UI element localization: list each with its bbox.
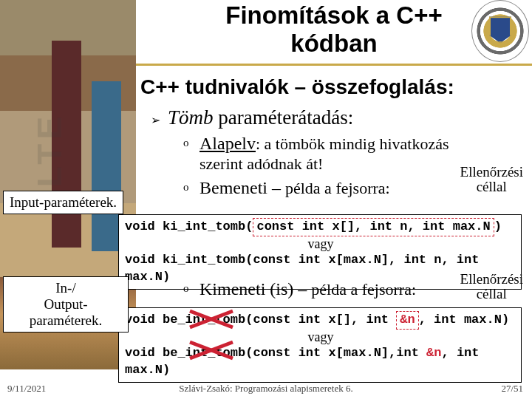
- cross-out-icon: [188, 308, 234, 330]
- arrow-icon: ➢: [151, 113, 160, 127]
- university-logo: [471, 0, 529, 62]
- vagy-2: vagy: [125, 330, 516, 345]
- bullet-1-em: Tömb: [168, 106, 214, 129]
- note-ellenorzesi-2: Ellenőrzésicéllal: [460, 272, 523, 301]
- subtitle: C++ tudnivalók – összefoglalás:: [140, 75, 526, 99]
- vagy-1: vagy: [125, 236, 516, 252]
- code-box-2: void be_int_tomb(const int x[], int &n, …: [118, 307, 522, 383]
- sub1-underline: Alapelv: [200, 134, 256, 153]
- note-ellenorzesi-1: Ellenőrzésicéllal: [460, 165, 523, 194]
- side-label-in-output: In-/Output-paraméterek.: [3, 276, 129, 332]
- circle-icon: o: [183, 282, 189, 295]
- footer-page: 27/51: [501, 383, 523, 395]
- sub-bullet-3: o Kimeneti (is) – példa a fejsorra:: [183, 279, 416, 299]
- const-struck-1: const: [253, 312, 290, 329]
- ref-n-2: &n: [426, 346, 441, 360]
- ref-n-1: &n: [396, 311, 418, 330]
- side-label-input: Input-paraméterek.: [3, 191, 123, 214]
- const-struck-2: const: [253, 345, 290, 362]
- dashed-params-1: const int x[], int n, int max.N: [253, 218, 494, 236]
- title-rule: [136, 64, 532, 66]
- bullet-1: ➢ Tömb paraméterátadás:: [151, 106, 526, 129]
- circle-icon: o: [183, 181, 189, 194]
- circle-icon: o: [183, 137, 189, 149]
- cross-out-icon: [188, 339, 234, 361]
- bullet-1-text: Tömb paraméterátadás:: [168, 106, 353, 129]
- footer-center: Szlávi-Zsakó: Programozási alapismeretek…: [0, 383, 532, 395]
